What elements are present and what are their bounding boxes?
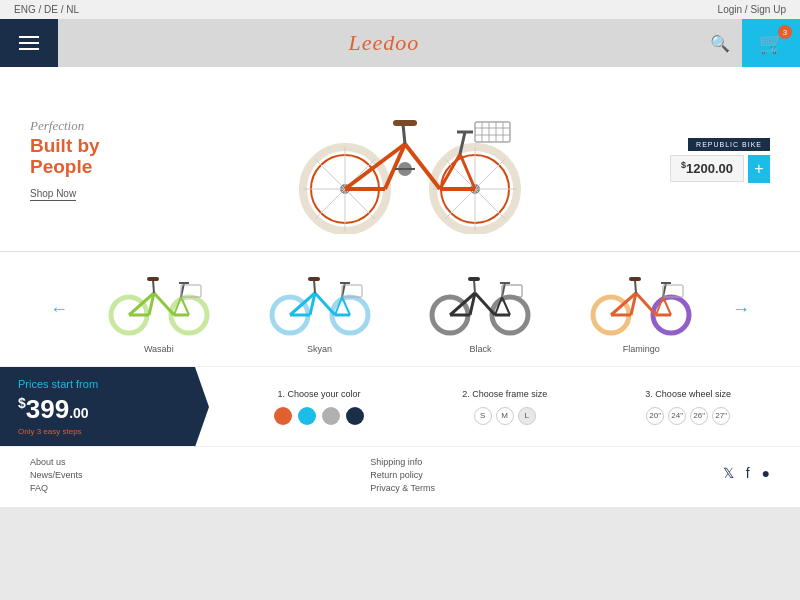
cart-badge: 3 bbox=[778, 25, 792, 39]
footer-col-2: Shipping info Return policy Privacy & Te… bbox=[370, 457, 435, 493]
search-icon[interactable]: 🔍 bbox=[710, 34, 730, 53]
color-swatch-navy[interactable] bbox=[346, 407, 364, 425]
frame-size-l[interactable]: L bbox=[518, 407, 536, 425]
wheel-size-27[interactable]: 27" bbox=[712, 407, 730, 425]
bike-thumb-black[interactable]: Black bbox=[410, 265, 550, 354]
color-swatch-blue[interactable] bbox=[298, 407, 316, 425]
svg-rect-46 bbox=[147, 277, 159, 281]
add-to-cart-button[interactable]: + bbox=[748, 155, 770, 183]
bike-wasabi-img bbox=[99, 265, 219, 337]
color-swatch-gray[interactable] bbox=[322, 407, 340, 425]
hero-text: Perfection Built by People Shop Now bbox=[30, 118, 160, 200]
easy-steps-label: Only 3 easy steps bbox=[18, 427, 177, 436]
config-section: Prices start from $399.00 Only 3 easy st… bbox=[0, 367, 800, 447]
price-cents: 00 bbox=[719, 162, 733, 177]
bike-thumb-flamingo[interactable]: Flamingo bbox=[571, 265, 711, 354]
frame-size-options: S M L bbox=[462, 407, 547, 425]
twitter-icon[interactable]: 𝕏 bbox=[723, 465, 734, 481]
bike-illustration bbox=[265, 84, 545, 234]
svg-line-37 bbox=[154, 293, 174, 315]
topbar: ENG / DE / NL Login / Sign Up bbox=[0, 0, 800, 19]
hero-section: Perfection Built by People Shop Now bbox=[0, 67, 800, 252]
bike-label-wasabi: Wasabi bbox=[89, 344, 229, 354]
next-arrow[interactable]: → bbox=[732, 299, 750, 320]
footer-privacy[interactable]: Privacy & Terms bbox=[370, 483, 435, 493]
frame-size-s[interactable]: S bbox=[474, 407, 492, 425]
footer-col-1: About us News/Events FAQ bbox=[30, 457, 83, 493]
prev-arrow[interactable]: ← bbox=[50, 299, 68, 320]
bike-label-black: Black bbox=[410, 344, 550, 354]
svg-rect-27 bbox=[475, 122, 510, 142]
svg-line-23 bbox=[403, 124, 405, 144]
starts-from-label: Prices start from bbox=[18, 378, 177, 390]
bike-label-flamingo: Flamingo bbox=[571, 344, 711, 354]
price-panel: Prices start from $399.00 Only 3 easy st… bbox=[0, 367, 195, 446]
wheel-size-options: 20" 24" 26" 27" bbox=[645, 407, 731, 425]
svg-line-51 bbox=[315, 293, 335, 315]
config-options: 1. Choose your color 2. Choose frame siz… bbox=[195, 367, 800, 446]
wheel-title: 3. Choose wheel size bbox=[645, 389, 731, 399]
wheel-group: 3. Choose wheel size 20" 24" 26" 27" bbox=[645, 389, 731, 425]
bike-thumb-wasabi[interactable]: Wasabi bbox=[89, 265, 229, 354]
color-group: 1. Choose your color bbox=[274, 389, 364, 425]
wheel-size-26[interactable]: 26" bbox=[690, 407, 708, 425]
logo[interactable]: Leedoo bbox=[58, 30, 710, 56]
wheel-size-24[interactable]: 24" bbox=[668, 407, 686, 425]
dollar-sign: $ bbox=[18, 395, 26, 411]
cents: .00 bbox=[69, 405, 88, 421]
hero-price: $1200.00 bbox=[670, 155, 744, 181]
svg-line-20 bbox=[460, 154, 475, 189]
svg-line-45 bbox=[153, 280, 154, 293]
price-value: 399 bbox=[26, 394, 69, 424]
cart-button[interactable]: 🛒 3 bbox=[742, 19, 800, 67]
color-swatches bbox=[274, 407, 364, 425]
auth-links[interactable]: Login / Sign Up bbox=[718, 4, 786, 15]
footer-faq[interactable]: FAQ bbox=[30, 483, 83, 493]
social-icons: 𝕏 f ● bbox=[723, 465, 770, 481]
bike-black-img bbox=[420, 265, 540, 337]
wheel-size-20[interactable]: 20" bbox=[646, 407, 664, 425]
footer: About us News/Events FAQ Shipping info R… bbox=[0, 447, 800, 507]
footer-shipping[interactable]: Shipping info bbox=[370, 457, 435, 467]
bike-label-skyan: Skyan bbox=[250, 344, 390, 354]
instagram-icon[interactable]: ● bbox=[762, 465, 770, 481]
footer-about[interactable]: About us bbox=[30, 457, 83, 467]
svg-rect-74 bbox=[468, 277, 480, 281]
price-box: REPUBLIC BIKE $1200.00 + bbox=[650, 136, 770, 183]
svg-rect-88 bbox=[629, 277, 641, 281]
language-selector[interactable]: ENG / DE / NL bbox=[14, 4, 79, 15]
shop-now-link[interactable]: Shop Now bbox=[30, 188, 76, 201]
hero-title: Built by People bbox=[30, 136, 160, 178]
frame-group: 2. Choose frame size S M L bbox=[462, 389, 547, 425]
footer-news[interactable]: News/Events bbox=[30, 470, 83, 480]
svg-line-73 bbox=[474, 280, 475, 293]
price-value: 1200 bbox=[686, 162, 715, 177]
facebook-icon[interactable]: f bbox=[746, 465, 750, 481]
config-price: $399.00 bbox=[18, 394, 177, 425]
svg-rect-60 bbox=[308, 277, 320, 281]
frame-size-m[interactable]: M bbox=[496, 407, 514, 425]
color-swatch-orange[interactable] bbox=[274, 407, 292, 425]
bike-thumb-skyan[interactable]: Skyan bbox=[250, 265, 390, 354]
menu-button[interactable] bbox=[0, 19, 58, 67]
bike-thumbnails-section: ← Wasabi bbox=[0, 252, 800, 367]
frame-title: 2. Choose frame size bbox=[462, 389, 547, 399]
bike-skyan-img bbox=[260, 265, 380, 337]
hamburger-icon bbox=[19, 36, 39, 50]
svg-rect-24 bbox=[393, 120, 417, 126]
hero-bike bbox=[160, 84, 650, 234]
svg-line-87 bbox=[635, 280, 636, 293]
header: Leedoo 🔍 🛒 3 bbox=[0, 19, 800, 67]
footer-return[interactable]: Return policy bbox=[370, 470, 435, 480]
republic-label: REPUBLIC BIKE bbox=[688, 138, 770, 151]
svg-line-65 bbox=[475, 293, 495, 315]
hero-script: Perfection bbox=[30, 118, 160, 134]
color-title: 1. Choose your color bbox=[274, 389, 364, 399]
svg-line-79 bbox=[636, 293, 656, 315]
bike-flamingo-img bbox=[581, 265, 701, 337]
svg-line-59 bbox=[314, 280, 315, 293]
